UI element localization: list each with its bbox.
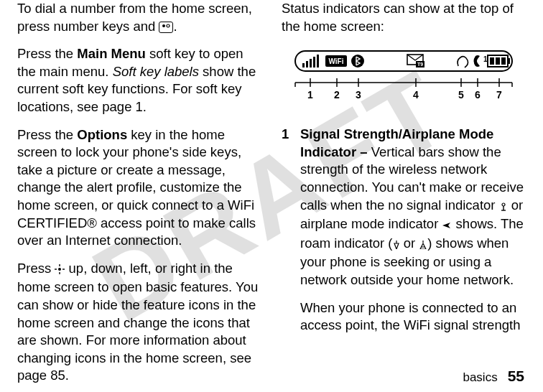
active-line-icon: 1 xyxy=(474,55,488,67)
tick-5: 5 xyxy=(458,89,464,101)
roam-indicator-2-icon xyxy=(419,236,427,254)
call-key-icon xyxy=(159,22,173,33)
item1-para2: When your phone is connected to an acces… xyxy=(300,299,526,335)
tick-4: 4 xyxy=(413,89,419,101)
nav-key-icon xyxy=(55,261,65,279)
battery-icon xyxy=(488,55,510,67)
main-menu-label: Main Menu xyxy=(77,46,146,61)
tick-7: 7 xyxy=(496,89,502,101)
svg-point-35 xyxy=(502,203,505,206)
roam-indicator-1-icon xyxy=(393,236,400,254)
status-item-1: 1 Signal Strength/Airplane Mode Indicato… xyxy=(282,126,526,345)
ring-profile-icon xyxy=(458,57,468,67)
svg-rect-24 xyxy=(501,57,506,65)
text: . xyxy=(173,19,177,34)
options-label: Options xyxy=(77,127,127,142)
svg-point-0 xyxy=(162,24,165,27)
tick-6: 6 xyxy=(475,89,481,101)
tick-1: 1 xyxy=(307,89,313,101)
svg-rect-11 xyxy=(313,57,315,67)
para-dial: To dial a number from the home screen, p… xyxy=(17,0,261,35)
footer-section-label: basics xyxy=(463,370,497,384)
para-options: Press the Options key in the home screen… xyxy=(17,126,261,250)
para-nav: Press up, down, left, or right in the ho… xyxy=(17,260,261,385)
signal-icon xyxy=(302,55,319,67)
text: Press the xyxy=(17,127,77,142)
item-number: 1 xyxy=(282,126,300,345)
text: key in the home screen to lock your phon… xyxy=(17,127,256,248)
item-body: Signal Strength/Airplane Mode Indicator … xyxy=(300,126,526,345)
message-icon: T9 xyxy=(407,55,424,67)
tick-3: 3 xyxy=(356,89,361,101)
soft-key-labels: Soft key labels xyxy=(113,64,199,79)
svg-text:T9: T9 xyxy=(417,62,423,67)
text: To dial a number from the home screen, p… xyxy=(17,1,252,34)
svg-point-2 xyxy=(58,268,61,271)
status-bar-figure: WiFi T9 xyxy=(282,48,526,104)
svg-rect-8 xyxy=(302,63,305,67)
text: Press xyxy=(17,261,55,276)
tick-2: 2 xyxy=(334,89,340,101)
text: up, down, left, or right in the home scr… xyxy=(17,261,258,383)
left-column: To dial a number from the home screen, p… xyxy=(14,0,272,392)
airplane-icon xyxy=(442,217,452,235)
bluetooth-icon xyxy=(351,55,364,67)
status-intro: Status indicators can show at the top of… xyxy=(282,0,526,35)
page-content: To dial a number from the home screen, p… xyxy=(0,0,543,392)
svg-rect-12 xyxy=(317,55,319,67)
item1-para1: Signal Strength/Airplane Mode Indicator … xyxy=(300,126,526,289)
svg-rect-21 xyxy=(508,58,510,64)
wifi-icon: WiFi xyxy=(325,55,347,67)
footer-page-number: 55 xyxy=(508,368,524,384)
svg-rect-9 xyxy=(306,61,308,67)
svg-text:WiFi: WiFi xyxy=(328,57,343,65)
svg-point-1 xyxy=(167,24,170,27)
svg-point-15 xyxy=(351,55,364,67)
para-mainmenu: Press the Main Menu soft key to open the… xyxy=(17,45,261,116)
page-footer: basics55 xyxy=(463,368,524,385)
no-signal-icon xyxy=(499,198,508,216)
svg-rect-23 xyxy=(496,57,500,65)
text: Press the xyxy=(17,46,77,61)
text: or xyxy=(400,235,419,251)
right-column: Status indicators can show at the top of… xyxy=(272,0,529,392)
svg-rect-22 xyxy=(490,57,494,65)
svg-rect-10 xyxy=(310,59,312,67)
